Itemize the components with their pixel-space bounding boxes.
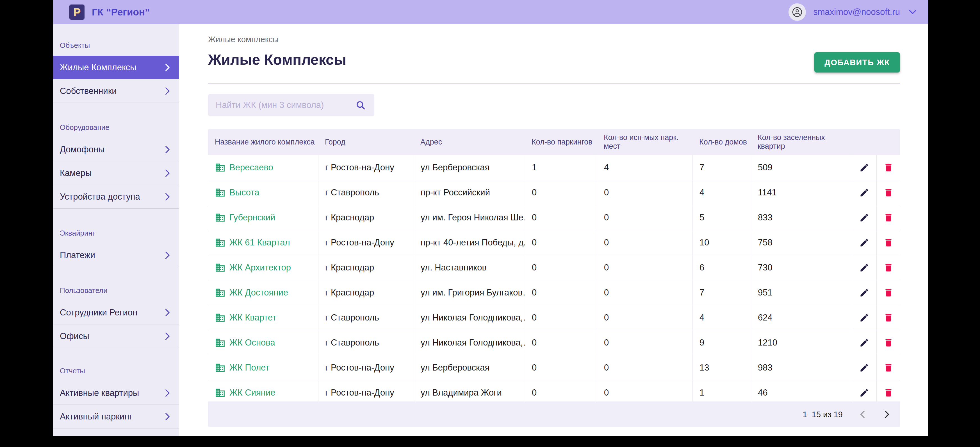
complex-name-link[interactable]: Вересаево [208, 155, 318, 180]
parkings-cell: 0 [525, 330, 597, 355]
delete-button[interactable] [883, 313, 894, 323]
breadcrumb[interactable]: Жилые комплексы [208, 35, 900, 44]
sidebar-item[interactable]: Собственники [53, 79, 179, 103]
chevron-left-icon [858, 410, 868, 419]
add-complex-button[interactable]: ДОБАВИТЬ ЖК [815, 52, 900, 72]
sidebar-section-label: Оборудование [60, 123, 110, 132]
edit-button[interactable] [859, 362, 869, 373]
sidebar-item[interactable]: Сотрудники Регион [53, 301, 179, 324]
complex-name-link[interactable]: ЖК Квартет [208, 305, 318, 330]
apartments-cell: 1210 [751, 330, 852, 355]
delete-button[interactable] [883, 238, 894, 247]
edit-button[interactable] [859, 263, 869, 273]
complex-name-text[interactable]: ЖК Достояние [229, 287, 288, 298]
sidebar-item[interactable]: Активные квартиры [53, 381, 179, 405]
complex-name-link[interactable]: ЖК Сияние [208, 380, 318, 401]
sidebar-item[interactable]: Активный паркинг [53, 405, 179, 428]
edit-button[interactable] [859, 388, 869, 398]
edit-icon [859, 187, 869, 198]
city-cell: г Краснодар [318, 205, 414, 230]
table-row: Губернскийг Краснодарул им. Героя Никола… [208, 205, 900, 230]
complex-name-link[interactable]: Высота [208, 180, 318, 205]
complex-name-text[interactable]: ЖК 61 Квартал [229, 238, 290, 247]
complex-name-text[interactable]: ЖК Основа [229, 338, 275, 348]
delete-button[interactable] [883, 338, 894, 348]
complex-name-link[interactable]: ЖК Достояние [208, 280, 318, 305]
edit-button[interactable] [859, 287, 869, 298]
delete-icon [883, 238, 894, 247]
parkings-cell: 0 [525, 355, 597, 380]
edit-icon [859, 362, 869, 373]
complex-name-text[interactable]: ЖК Сияние [229, 388, 275, 398]
page-title: Жилые Комплексы [208, 51, 900, 68]
chevron-right-icon [882, 410, 891, 419]
edit-button[interactable] [859, 212, 869, 223]
app-logo: Р [69, 5, 84, 20]
building-icon [215, 387, 226, 398]
chevron-right-icon [162, 86, 172, 96]
edit-button[interactable] [859, 338, 869, 348]
sidebar-item-label: Собственники [60, 86, 117, 96]
edit-button[interactable] [859, 238, 869, 247]
sidebar-item[interactable]: Жилые Комплексы [53, 56, 179, 79]
complex-name-text[interactable]: ЖК Квартет [229, 313, 277, 323]
sidebar-item[interactable]: Устройства доступа [53, 185, 179, 209]
sidebar-item[interactable]: Офисы [53, 324, 179, 348]
houses-cell: 5 [692, 205, 751, 230]
sidebar-item[interactable]: Камеры [53, 161, 179, 185]
edit-button[interactable] [859, 187, 869, 198]
user-avatar[interactable] [789, 3, 806, 21]
complex-name-link[interactable]: Губернский [208, 205, 318, 230]
user-email[interactable]: smaximov@noosoft.ru [813, 7, 900, 17]
complex-name-text[interactable]: Высота [229, 187, 259, 198]
complex-name-link[interactable]: ЖК Полет [208, 355, 318, 380]
sidebar-item-label: Устройства доступа [60, 192, 140, 202]
complex-name-link[interactable]: ЖК Основа [208, 330, 318, 355]
app-window: Р ГК “Регион” smaximov@noosoft.ru Объект… [53, 0, 928, 436]
used-parking-cell: 0 [597, 280, 692, 305]
user-menu[interactable]: smaximov@noosoft.ru [789, 3, 917, 21]
delete-button[interactable] [883, 388, 894, 398]
delete-button[interactable] [883, 263, 894, 273]
edit-cell [852, 205, 877, 230]
table-row: ЖК Достояниег Краснодарул им. Григория Б… [208, 280, 900, 305]
pagination-next-button[interactable] [879, 407, 894, 422]
city-cell: г Ставрополь [318, 305, 414, 330]
delete-button[interactable] [883, 187, 894, 198]
delete-icon [883, 362, 894, 373]
sidebar-item-label: Жилые Комплексы [60, 62, 137, 72]
edit-button[interactable] [859, 313, 869, 323]
chevron-down-icon[interactable] [908, 9, 917, 15]
complex-name-text[interactable]: ЖК Архитектор [229, 263, 291, 273]
sidebar-item[interactable]: Платежи [53, 243, 179, 267]
column-header-houses: Кол-во домов [692, 138, 751, 147]
delete-button[interactable] [883, 212, 894, 223]
main-content: Жилые комплексы Жилые Комплексы ДОБАВИТЬ… [179, 24, 928, 436]
complex-name-text[interactable]: Вересаево [229, 163, 273, 172]
edit-button[interactable] [859, 163, 869, 172]
table-header-row: Название жилого комплекса Город Адрес Ко… [208, 129, 900, 155]
delete-cell [877, 330, 900, 355]
sidebar-item-label: Офисы [60, 331, 89, 341]
edit-icon [859, 263, 869, 273]
complex-name-link[interactable]: ЖК Архитектор [208, 255, 318, 280]
apartments-cell: 509 [751, 155, 852, 180]
complex-table: Название жилого комплекса Город Адрес Ко… [208, 129, 900, 401]
apartments-cell: 951 [751, 280, 852, 305]
delete-cell [877, 180, 900, 205]
chevron-right-icon [162, 251, 172, 260]
apartments-cell: 624 [751, 305, 852, 330]
delete-button[interactable] [883, 362, 894, 373]
parkings-cell: 0 [525, 380, 597, 401]
sidebar-item[interactable]: Домофоны [53, 138, 179, 161]
complex-name-text[interactable]: ЖК Полет [229, 362, 270, 373]
search-icon[interactable] [355, 100, 366, 110]
pagination-prev-button[interactable] [855, 407, 871, 422]
used-parking-cell: 0 [597, 180, 692, 205]
complex-name-text[interactable]: Губернский [229, 212, 275, 223]
complex-name-link[interactable]: ЖК 61 Квартал [208, 230, 318, 255]
delete-button[interactable] [883, 163, 894, 172]
sidebar-section-label: Пользователи [60, 286, 108, 295]
delete-button[interactable] [883, 287, 894, 298]
search-input[interactable] [216, 100, 355, 110]
